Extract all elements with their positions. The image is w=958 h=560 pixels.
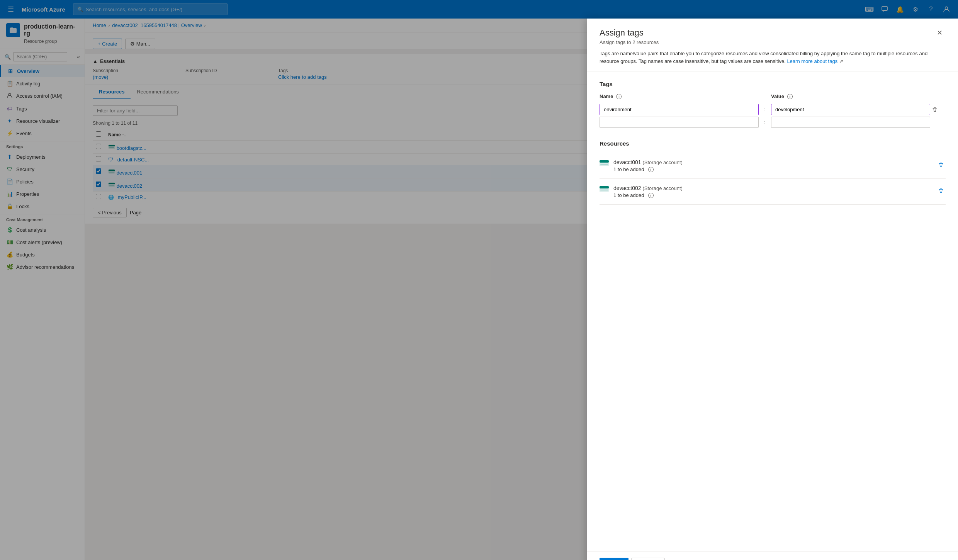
assign-tags-panel: Assign tags Assign tags to 2 resources ✕… bbox=[587, 19, 958, 560]
name-col-header: Name i bbox=[600, 93, 759, 102]
resource-item-1: devacct001 (Storage account) 1 to be add… bbox=[600, 153, 946, 179]
modal-overlay[interactable]: Assign tags Assign tags to 2 resources ✕… bbox=[0, 0, 958, 560]
tag-name-input-2[interactable] bbox=[600, 117, 759, 128]
resource-2-info-icon[interactable]: i bbox=[648, 193, 654, 198]
tags-section-title: Tags bbox=[600, 81, 946, 87]
name-info-icon[interactable]: i bbox=[616, 94, 622, 99]
resources-assign-section: Resources devacct001 (Storage acco bbox=[600, 140, 946, 205]
resource-1-storage-icon bbox=[600, 159, 609, 168]
cancel-button[interactable]: Cancel bbox=[632, 558, 665, 560]
modal-header: Assign tags Assign tags to 2 resources ✕… bbox=[587, 19, 958, 71]
modal-description: Tags are name/value pairs that enable yo… bbox=[600, 50, 946, 65]
resource-2-storage-icon bbox=[600, 185, 609, 194]
modal-body: Tags Name i Value i bbox=[587, 71, 958, 551]
value-info-icon[interactable]: i bbox=[787, 94, 793, 99]
tag-name-input-1[interactable] bbox=[600, 104, 759, 115]
resources-assign-title: Resources bbox=[600, 140, 946, 147]
resource-2-info: devacct002 (Storage account) 1 to be add… bbox=[613, 185, 932, 198]
delete-resource-2-button[interactable] bbox=[936, 186, 946, 197]
modal-close-button[interactable]: ✕ bbox=[934, 28, 946, 38]
resource-1-name: devacct001 (Storage account) bbox=[613, 159, 932, 165]
tag-name-field-1[interactable] bbox=[600, 104, 759, 115]
tag-value-field-2[interactable] bbox=[771, 117, 930, 128]
tags-colon-2: : bbox=[759, 119, 771, 125]
modal-footer: Save Cancel bbox=[587, 551, 958, 560]
tags-section: Tags Name i Value i bbox=[600, 81, 946, 128]
modal-title: Assign tags bbox=[600, 28, 659, 38]
tag-value-input-1[interactable] bbox=[771, 104, 930, 115]
resource-1-info-icon[interactable]: i bbox=[648, 167, 654, 172]
svg-rect-18 bbox=[600, 186, 609, 188]
tag-name-field-2[interactable] bbox=[600, 117, 759, 128]
delete-resource-1-button[interactable] bbox=[936, 160, 946, 171]
resource-2-name: devacct002 (Storage account) bbox=[613, 185, 932, 191]
resource-2-status: 1 to be added i bbox=[613, 192, 932, 198]
save-button[interactable]: Save bbox=[600, 558, 628, 560]
svg-rect-16 bbox=[600, 164, 608, 165]
tag-value-field-1[interactable] bbox=[771, 104, 930, 115]
resource-1-info: devacct001 (Storage account) 1 to be add… bbox=[613, 159, 932, 172]
resource-1-type: (Storage account) bbox=[643, 160, 683, 165]
modal-subtitle: Assign tags to 2 resources bbox=[600, 39, 659, 45]
svg-rect-15 bbox=[600, 160, 609, 163]
learn-more-tags-link[interactable]: Learn more about tags bbox=[787, 58, 837, 64]
svg-rect-19 bbox=[600, 190, 608, 190]
resource-2-type: (Storage account) bbox=[643, 185, 683, 191]
tags-grid: Name i Value i : bbox=[600, 93, 946, 128]
resource-item-2: devacct002 (Storage account) 1 to be add… bbox=[600, 179, 946, 205]
resource-1-status: 1 to be added i bbox=[613, 166, 932, 172]
value-col-header: Value i bbox=[771, 93, 930, 102]
delete-tag-1-button[interactable] bbox=[930, 105, 939, 114]
tags-colon-1: : bbox=[759, 107, 771, 112]
tag-value-input-2[interactable] bbox=[771, 117, 930, 128]
